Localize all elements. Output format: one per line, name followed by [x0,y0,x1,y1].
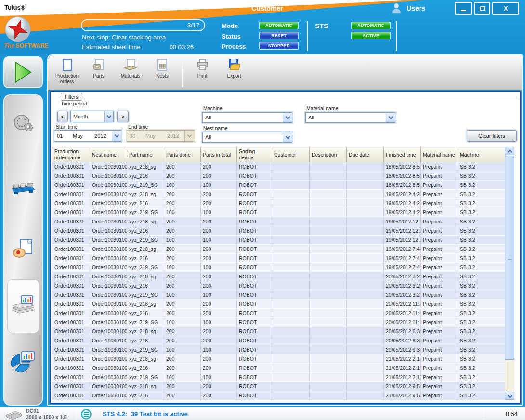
table-row[interactable]: Order100301Order100301001xyz_216200200RO… [52,226,506,236]
column-header[interactable]: Material name [421,147,458,162]
start-year: 2012 [94,133,106,139]
scroll-up-button[interactable] [505,147,514,155]
table-row[interactable]: Order100301Order100301001xyz_218_sg20020… [52,245,506,254]
table-row[interactable]: Order100301Order100301001xyz_219_SG10010… [52,236,506,245]
table-cell: Prepaint [421,236,458,245]
column-header[interactable]: Parts in total [201,147,237,162]
table-cell: ROBOT [237,190,272,199]
table-row[interactable]: Order100301Order100301001xyz_218_sg20020… [52,272,506,281]
table-row[interactable]: Order100301Order100301001xyz_218_sg20020… [52,190,506,199]
column-header[interactable]: Parts done [164,147,201,162]
table-cell: 200 [201,190,237,199]
estimated-label: Estimated sheet time [82,43,140,51]
column-header[interactable]: Sorting device [237,147,272,162]
users-menu[interactable]: Users [391,2,425,14]
sidebar-item-machine-settings[interactable] [4,113,42,134]
toolbar-production-orders[interactable]: Production orders [52,58,82,84]
period-prev-button[interactable]: < [57,111,68,122]
machine-select[interactable]: All [202,112,292,123]
nest-name-select[interactable]: All [202,132,292,143]
column-header[interactable]: Description [310,147,347,162]
time-period-select[interactable]: Month [70,111,114,122]
table-row[interactable]: Order100301Order100301001xyz_218_sg20020… [52,162,506,171]
minimize-button[interactable] [455,2,472,15]
table-row[interactable]: Order100301Order100301001xyz_219_SG10010… [52,318,506,327]
column-header[interactable]: Production order name [52,147,90,162]
table-scrollbar[interactable] [505,147,514,400]
table-row[interactable]: Order100301Order100301001xyz_218_sg20020… [52,354,506,364]
sidebar-item-sorting-table[interactable] [4,178,42,196]
table-row[interactable]: Order100301Order100301001xyz_216200200RO… [52,199,506,208]
table-row[interactable]: Order100301Order100301001xyz_216200200RO… [52,281,506,290]
column-header[interactable]: Due date [347,147,384,162]
table-row[interactable]: Order100301Order100301001xyz_216200200RO… [52,364,506,373]
table-cell [347,245,384,254]
table-cell: ROBOT [237,245,272,254]
table-cell [310,300,347,309]
table-cell: Order100301001 [90,309,127,318]
scroll-down-button[interactable] [505,392,514,400]
table-row[interactable]: Order100301Order100301001xyz_216200200RO… [52,171,506,181]
table-row[interactable]: Order100301Order100301001xyz_218_sg20020… [52,382,506,391]
table-cell: 100 [201,181,237,190]
toolbar-export[interactable]: Export [219,58,249,79]
sidebar-item-statistics[interactable] [4,350,42,374]
table-cell [310,190,347,199]
sidebar-item-reports[interactable] [7,279,39,333]
toolbar-print[interactable]: Print [187,58,217,79]
table-cell: 21/05/2012 2:17 [384,373,421,382]
toolbar-nests[interactable]: Nests [147,58,177,79]
machine-state-labels: Mode Status Process [222,22,246,53]
table-row[interactable]: Order100301Order100301001xyz_216200200RO… [52,336,506,345]
mode-indicator: AUTOMATIC [259,22,299,29]
table-cell: 20/05/2012 6:38 [384,336,421,345]
table-row[interactable]: Order100301Order100301001xyz_219_SG10010… [52,208,506,217]
table-row[interactable]: Order100301Order100301001xyz_219_SG10010… [52,345,506,354]
table-cell: 100 [201,373,237,382]
table-cell: ROBOT [237,199,272,208]
table-cell [310,272,347,281]
table-cell: SB 3.2 [458,391,506,400]
table-row[interactable]: Order100301Order100301001xyz_219_SG10010… [52,181,506,190]
table-row[interactable]: Order100301Order100301001xyz_219_SG10010… [52,263,506,272]
scrollbar-thumb[interactable] [505,156,514,360]
table-cell: Order100301 [52,327,90,336]
pie-chart-icon [10,350,36,374]
material-name-select[interactable]: All [305,112,395,123]
table-cell [272,382,310,391]
toolbar-materials[interactable]: Materials [116,58,145,79]
end-day: 30 [130,133,144,139]
close-button[interactable]: X [492,2,519,15]
sidebar-item-manual-sorting[interactable] [4,237,42,261]
estimated-value: 00:03:26 [169,43,194,51]
table-cell: 100 [201,318,237,327]
table-cell: 200 [201,309,237,318]
table-row[interactable]: Order100301Order100301001xyz_216200200RO… [52,254,506,263]
table-cell [347,327,384,336]
column-header[interactable]: Machine [458,147,506,162]
sts-label: STS [315,22,328,30]
table-row[interactable]: Order100301Order100301001xyz_219_SG10010… [52,373,506,382]
column-header[interactable]: Finished time [384,147,421,162]
table-cell: 18/05/2012 8:51 [384,171,421,181]
table-cell [310,199,347,208]
table-cell: Order100301 [52,354,90,364]
toolbar-parts[interactable]: Parts [84,58,114,79]
table-row[interactable]: Order100301Order100301001xyz_218_sg20020… [52,300,506,309]
table-row[interactable]: Order100301Order100301001xyz_216200200RO… [52,391,506,400]
table-row[interactable]: Order100301Order100301001xyz_218_sg20020… [52,217,506,226]
column-header[interactable]: Part name [127,147,164,162]
period-next-button[interactable]: > [117,111,129,122]
table-cell: Order100301001 [90,162,127,171]
column-header[interactable]: Customer [272,147,310,162]
start-time-select[interactable]: 01 May 2012 [54,130,121,142]
table-row[interactable]: Order100301Order100301001xyz_216200200RO… [52,309,506,318]
clear-filters-button[interactable]: Clear filters [467,130,517,142]
column-header[interactable]: Nest name [90,147,127,162]
sidebar-start-button[interactable] [3,56,43,88]
status-message: STS 4.2: 39 Test bit is active [103,407,188,420]
maximize-button[interactable] [474,2,490,15]
table-row[interactable]: Order100301Order100301001xyz_218_sg20020… [52,327,506,336]
table-row[interactable]: Order100301Order100301001xyz_219_SG10010… [52,290,506,300]
table-cell [272,309,310,318]
